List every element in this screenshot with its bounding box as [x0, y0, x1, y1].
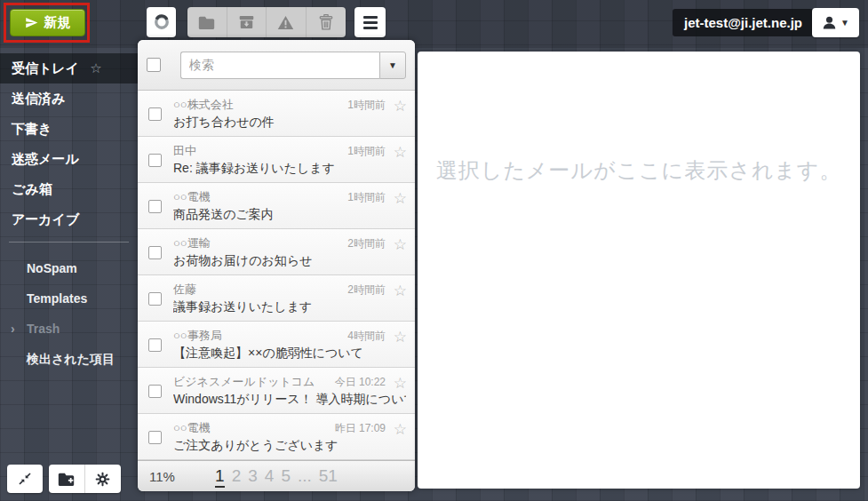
- bottom-button-group: [49, 465, 121, 493]
- pagination: 12345...51: [138, 466, 415, 486]
- move-to-folder-button[interactable]: [187, 7, 227, 37]
- mail-sender: 田中: [173, 142, 337, 159]
- warning-icon: [277, 15, 294, 30]
- mail-sender: ビジネスメールドットコム: [173, 373, 337, 390]
- page-1[interactable]: 1: [215, 466, 225, 488]
- mail-list: ○○株式会社 お打ち合わせの件 1時間前 ☆ 田中 Re: 議事録お送りいたしま…: [138, 91, 415, 460]
- star-icon[interactable]: ☆: [394, 328, 407, 346]
- mail-checkbox[interactable]: [148, 154, 162, 167]
- refresh-button[interactable]: [147, 7, 176, 37]
- sidebar-item-sent[interactable]: 送信済み: [0, 84, 138, 114]
- mail-row[interactable]: ○○運輸 お荷物お届けのお知らせ 2時間前 ☆: [138, 229, 415, 275]
- mail-time: 昨日 17:09: [335, 421, 386, 436]
- chevron-down-icon: ▼: [840, 18, 849, 28]
- sidebar-item-templates[interactable]: Templates: [0, 283, 138, 314]
- reading-pane: 選択したメールがここに表示されます。: [418, 52, 860, 489]
- star-icon[interactable]: ☆: [394, 143, 407, 162]
- sidebar: 受信トレイ ☆ 送信済み 下書き 迷惑メール ごみ箱 アーカイブ NoSpam …: [0, 53, 138, 374]
- sidebar-item-drafts[interactable]: 下書き: [0, 114, 138, 144]
- mail-subject: 【注意喚起】××の脆弱性について: [173, 344, 406, 362]
- delete-button[interactable]: [307, 7, 346, 37]
- search-options-button[interactable]: ▼: [379, 52, 406, 79]
- sidebar-item-label: 送信済み: [12, 91, 65, 106]
- archive-button[interactable]: [227, 7, 267, 37]
- page-ellipsis: ...: [298, 466, 312, 485]
- mail-subject: お荷物お届けのお知らせ: [173, 251, 406, 269]
- compose-button[interactable]: 新規: [10, 9, 85, 36]
- sidebar-item-nospam[interactable]: NoSpam: [0, 253, 138, 283]
- paper-plane-icon: [25, 16, 38, 29]
- mail-checkbox[interactable]: [148, 246, 162, 259]
- sidebar-item-spam[interactable]: 迷惑メール: [0, 144, 138, 174]
- star-icon[interactable]: ☆: [90, 60, 101, 76]
- mail-checkbox[interactable]: [148, 200, 162, 213]
- empty-reading-pane-message: 選択したメールがここに表示されます。: [418, 156, 860, 185]
- compose-label: 新規: [44, 14, 71, 31]
- mail-time: 1時間前: [347, 190, 386, 205]
- settings-button[interactable]: [85, 465, 122, 493]
- star-icon[interactable]: ☆: [394, 420, 407, 439]
- page-5[interactable]: 5: [281, 466, 291, 485]
- mail-checkbox[interactable]: [148, 431, 162, 444]
- folder-icon: [198, 16, 215, 29]
- sidebar-item-trash[interactable]: ごみ箱: [0, 174, 138, 204]
- mail-time: 2時間前: [347, 236, 386, 251]
- star-icon[interactable]: ☆: [394, 235, 407, 254]
- list-header: ▼: [138, 40, 415, 91]
- sidebar-item-inbox[interactable]: 受信トレイ ☆: [0, 53, 138, 84]
- sidebar-item-archive[interactable]: アーカイブ: [0, 204, 138, 235]
- sidebar-item-label: NoSpam: [27, 261, 77, 275]
- spam-button[interactable]: [267, 7, 307, 37]
- message-list-panel: ▼ ○○株式会社 お打ち合わせの件 1時間前 ☆ 田中 Re: 議事録お送りいた…: [138, 40, 415, 491]
- mail-time: 4時間前: [347, 329, 386, 344]
- mail-checkbox[interactable]: [148, 385, 162, 398]
- search-input[interactable]: [180, 52, 379, 79]
- mail-row[interactable]: ○○事務局 【注意喚起】××の脆弱性について 4時間前 ☆: [138, 322, 415, 368]
- chevron-down-icon: ▼: [388, 60, 397, 70]
- page-3[interactable]: 3: [248, 466, 258, 485]
- star-icon[interactable]: ☆: [394, 282, 407, 300]
- mail-row[interactable]: ○○電機 ご注文ありがとうございます 昨日 17:09 ☆: [138, 414, 415, 460]
- refresh-icon: [153, 13, 171, 31]
- sidebar-item-label: Trash: [27, 322, 60, 336]
- chevron-right-icon[interactable]: ›: [11, 314, 15, 344]
- sidebar-divider: [9, 242, 129, 243]
- select-all-checkbox[interactable]: [147, 58, 161, 72]
- account-email-badge: jet-test@ji.jet.ne.jp: [673, 9, 814, 36]
- user-menu-button[interactable]: ▼: [812, 8, 859, 37]
- account-email: jet-test@ji.jet.ne.jp: [684, 15, 802, 30]
- star-icon[interactable]: ☆: [394, 97, 407, 115]
- mail-time: 1時間前: [347, 98, 386, 113]
- list-footer: 11% 12345...51: [138, 460, 415, 491]
- menu-icon: [363, 16, 378, 29]
- mail-checkbox[interactable]: [148, 292, 162, 306]
- sidebar-item-trash-folder[interactable]: › Trash: [0, 314, 138, 344]
- mail-sender: ○○株式会社: [173, 96, 337, 113]
- mail-subject: Re: 議事録お送りいたします: [173, 159, 406, 177]
- mail-checkbox[interactable]: [148, 338, 162, 352]
- sidebar-item-label: ごみ箱: [12, 181, 52, 196]
- gear-icon: [95, 472, 110, 487]
- sidebar-item-label: Templates: [27, 291, 87, 306]
- sidebar-item-detected[interactable]: 検出された項目: [0, 344, 138, 374]
- star-icon[interactable]: ☆: [394, 189, 407, 208]
- page-2[interactable]: 2: [232, 466, 242, 485]
- mail-row[interactable]: 田中 Re: 議事録お送りいたします 1時間前 ☆: [138, 137, 415, 183]
- mail-row[interactable]: ○○電機 商品発送のご案内 1時間前 ☆: [138, 183, 415, 229]
- mail-row[interactable]: ビジネスメールドットコム Windows11がリリース！ 導入時期について専..…: [138, 368, 415, 414]
- page-4[interactable]: 4: [265, 466, 275, 485]
- mail-checkbox[interactable]: [148, 107, 162, 121]
- mail-row[interactable]: ○○株式会社 お打ち合わせの件 1時間前 ☆: [138, 91, 415, 137]
- sidebar-item-label: アーカイブ: [12, 211, 79, 227]
- add-folder-button[interactable]: [49, 465, 85, 493]
- collapse-sidebar-button[interactable]: [7, 465, 43, 493]
- list-options-button[interactable]: [354, 7, 386, 37]
- trash-icon: [319, 14, 333, 30]
- add-folder-icon: [58, 473, 75, 486]
- mail-time: 今日 10:22: [335, 375, 386, 390]
- star-icon[interactable]: ☆: [394, 374, 407, 393]
- collapse-icon: [18, 472, 32, 486]
- page-51[interactable]: 51: [319, 466, 338, 485]
- mail-row[interactable]: 佐藤 議事録お送りいたします 2時間前 ☆: [138, 275, 415, 322]
- compose-highlight-box: 新規: [4, 3, 90, 43]
